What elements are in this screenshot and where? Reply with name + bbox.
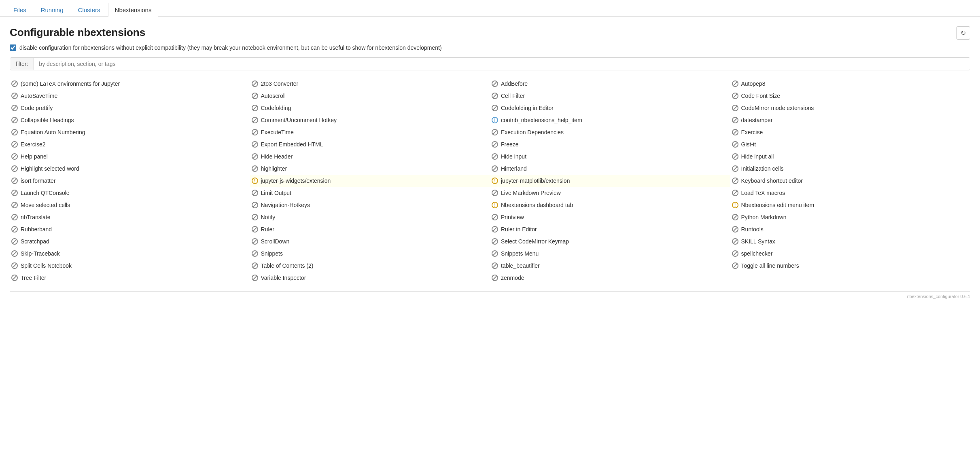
bottom-border: [10, 291, 970, 292]
extension-item[interactable]: (some) LaTeX environments for Jupyter: [10, 78, 250, 90]
extension-item[interactable]: Help panel: [10, 150, 250, 163]
extension-item[interactable]: Snippets: [250, 247, 490, 260]
tab-nbextensions[interactable]: Nbextensions: [108, 3, 159, 17]
extension-item[interactable]: Split Cells Notebook: [10, 260, 250, 272]
tab-clusters[interactable]: Clusters: [71, 3, 107, 17]
extension-item[interactable]: icontrib_nbextensions_help_item: [490, 114, 730, 126]
extension-name: Codefolding: [261, 105, 291, 111]
extension-item[interactable]: zenmode: [490, 272, 730, 284]
extension-item[interactable]: Python Markdown: [730, 211, 971, 223]
extension-item[interactable]: Execution Dependencies: [490, 126, 730, 138]
extension-name: spellchecker: [741, 250, 773, 257]
extension-item[interactable]: datestamper: [730, 114, 971, 126]
compat-checkbox[interactable]: [10, 44, 16, 51]
extension-item[interactable]: Highlight selected word: [10, 163, 250, 175]
extension-name: Variable Inspector: [261, 275, 306, 281]
extension-item[interactable]: Exercise2: [10, 138, 250, 150]
extension-item[interactable]: Equation Auto Numbering: [10, 126, 250, 138]
footer-text: nbextensions_configurator 0.6.1: [907, 294, 970, 299]
extension-item[interactable]: Exercise: [730, 126, 971, 138]
extension-item[interactable]: table_beautifier: [490, 260, 730, 272]
extension-item[interactable]: Select CodeMirror Keymap: [490, 235, 730, 247]
extension-item[interactable]: Launch QTConsole: [10, 187, 250, 199]
extension-item[interactable]: Ruler in Editor: [490, 223, 730, 235]
extension-item[interactable]: !Nbextensions edit menu item: [730, 199, 971, 211]
extension-item[interactable]: Snippets Menu: [490, 247, 730, 260]
extension-item[interactable]: Autopep8: [730, 78, 971, 90]
extension-item[interactable]: Keyboard shortcut editor: [730, 175, 971, 187]
ban-icon: [252, 80, 258, 87]
extension-item[interactable]: AutoSaveTime: [10, 90, 250, 102]
extension-item[interactable]: Hide input: [490, 150, 730, 163]
extension-item[interactable]: Printview: [490, 211, 730, 223]
extension-item[interactable]: Code prettify: [10, 102, 250, 114]
filter-input[interactable]: [34, 58, 970, 70]
extension-item[interactable]: Code Font Size: [730, 90, 971, 102]
extension-name: Hinterland: [501, 165, 527, 172]
extension-item[interactable]: Initialization cells: [730, 163, 971, 175]
tab-running[interactable]: Running: [34, 3, 70, 17]
extension-item[interactable]: Skip-Traceback: [10, 247, 250, 260]
extension-name: Codefolding in Editor: [501, 105, 554, 111]
extension-item[interactable]: Export Embedded HTML: [250, 138, 490, 150]
extension-item[interactable]: Table of Contents (2): [250, 260, 490, 272]
extension-item[interactable]: Autoscroll: [250, 90, 490, 102]
tab-files[interactable]: Files: [6, 3, 33, 17]
ban-icon: [732, 141, 738, 148]
extension-item[interactable]: !jupyter-js-widgets/extension: [250, 175, 490, 187]
extension-item[interactable]: Navigation-Hotkeys: [250, 199, 490, 211]
extension-item[interactable]: Collapsible Headings: [10, 114, 250, 126]
ban-icon: [492, 262, 498, 269]
extension-item[interactable]: Load TeX macros: [730, 187, 971, 199]
ban-icon: [11, 117, 18, 123]
extension-name: Runtools: [741, 226, 764, 233]
extension-item[interactable]: Runtools: [730, 223, 971, 235]
extension-name: Move selected cells: [21, 202, 70, 208]
extension-name: Highlight selected word: [21, 165, 79, 172]
extension-item[interactable]: Rubberband: [10, 223, 250, 235]
extension-item[interactable]: Cell Filter: [490, 90, 730, 102]
extension-name: Toggle all line numbers: [741, 262, 799, 269]
extension-name: Select CodeMirror Keymap: [501, 238, 569, 245]
extension-item[interactable]: Move selected cells: [10, 199, 250, 211]
ban-icon: [11, 80, 18, 87]
refresh-button[interactable]: ↻: [956, 26, 970, 40]
extension-item[interactable]: Codefolding in Editor: [490, 102, 730, 114]
extension-item[interactable]: Variable Inspector: [250, 272, 490, 284]
extension-item[interactable]: Codefolding: [250, 102, 490, 114]
extension-name: highlighter: [261, 165, 287, 172]
ban-icon: [492, 238, 498, 245]
extension-item[interactable]: Hinterland: [490, 163, 730, 175]
extension-item[interactable]: Notify: [250, 211, 490, 223]
extension-item[interactable]: Gist-it: [730, 138, 971, 150]
extension-item[interactable]: Ruler: [250, 223, 490, 235]
extension-item[interactable]: ScrollDown: [250, 235, 490, 247]
extension-item[interactable]: Toggle all line numbers: [730, 260, 971, 272]
extension-item[interactable]: Scratchpad: [10, 235, 250, 247]
extension-item[interactable]: AddBefore: [490, 78, 730, 90]
extension-name: ExecuteTime: [261, 129, 294, 135]
extension-item[interactable]: SKILL Syntax: [730, 235, 971, 247]
extension-item[interactable]: !jupyter-matplotlib/extension: [490, 175, 730, 187]
ban-icon: [492, 141, 498, 148]
extension-name: Printview: [501, 214, 524, 220]
extension-item[interactable]: isort formatter: [10, 175, 250, 187]
extension-item[interactable]: highlighter: [250, 163, 490, 175]
extension-item[interactable]: Live Markdown Preview: [490, 187, 730, 199]
extension-name: isort formatter: [21, 178, 55, 184]
extension-item[interactable]: Tree Filter: [10, 272, 250, 284]
extension-item[interactable]: 2to3 Converter: [250, 78, 490, 90]
extension-item[interactable]: Hide input all: [730, 150, 971, 163]
ban-icon: [11, 226, 18, 233]
extension-item[interactable]: spellchecker: [730, 247, 971, 260]
extension-item[interactable]: CodeMirror mode extensions: [730, 102, 971, 114]
extension-item[interactable]: Limit Output: [250, 187, 490, 199]
extension-item[interactable]: Comment/Uncomment Hotkey: [250, 114, 490, 126]
extension-item[interactable]: Hide Header: [250, 150, 490, 163]
extension-item[interactable]: !Nbextensions dashboard tab: [490, 199, 730, 211]
extension-name: Hide Header: [261, 153, 293, 160]
ban-icon: [11, 190, 18, 196]
extension-item[interactable]: nbTranslate: [10, 211, 250, 223]
extension-item[interactable]: Freeze: [490, 138, 730, 150]
extension-item[interactable]: ExecuteTime: [250, 126, 490, 138]
